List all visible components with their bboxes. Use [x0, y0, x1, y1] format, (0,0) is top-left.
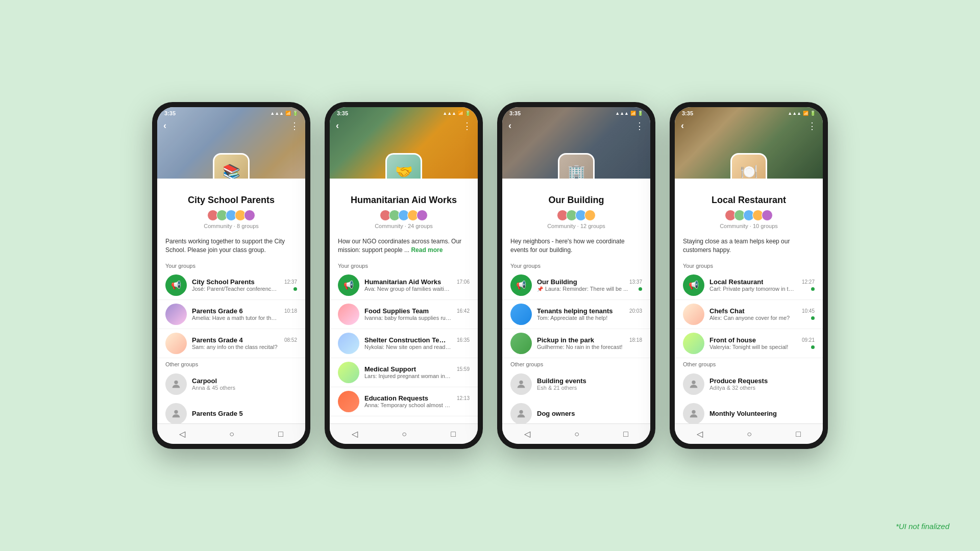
phone-screen: 3:35 ▲▲▲ 📶 🔋 ‹ ⋮ 🏢 Our Building [502, 107, 650, 444]
other-group-item[interactable]: Building events Esh & 21 others [502, 369, 650, 399]
group-item[interactable]: Medical Support 15:59 Lars: Injured preg… [330, 358, 478, 387]
nav-home-button[interactable]: ○ [402, 430, 407, 439]
group-item[interactable]: Chefs Chat 10:45 Alex: Can anyone cover … [675, 300, 823, 329]
battery-icon: 🔋 [810, 111, 816, 116]
community-meta: Community · 10 groups [683, 223, 815, 229]
group-icon [338, 362, 359, 383]
group-item[interactable]: Pickup in the park 18:18 Guilherme: No r… [502, 329, 650, 358]
status-time: 3:35 [164, 110, 176, 116]
other-group-text: Building events Esh & 21 others [537, 377, 642, 391]
read-more-link[interactable]: Read more [411, 246, 443, 254]
other-group-name: Parents Grade 5 [192, 410, 297, 417]
group-name-row: Parents Grade 6 10:18 [192, 307, 297, 315]
nav-back-button[interactable]: ◁ [697, 429, 703, 439]
other-group-item[interactable]: Produce Requests Aditya & 32 others [675, 369, 823, 399]
group-item[interactable]: 📢 Local Restaurant 12:27 Carl: Private p… [675, 271, 823, 300]
phone-content: Humanitarian Aid Works Community · 24 gr… [330, 179, 478, 423]
phone-header: 3:35 ▲▲▲ 📶 🔋 ‹ ⋮ 📚 [157, 107, 305, 179]
nav-recents-button[interactable]: □ [451, 430, 456, 439]
nav-bar: ◁ ○ □ [502, 423, 650, 444]
other-group-item[interactable]: Dog owners [502, 399, 650, 423]
group-item[interactable]: Food Supplies Team 16:42 Ivanna: baby fo… [330, 300, 478, 329]
back-button[interactable]: ‹ [508, 120, 511, 131]
group-time: 15:59 [457, 366, 470, 372]
speaker-icon: 📢 [689, 280, 699, 290]
nav-recents-button[interactable]: □ [278, 430, 283, 439]
group-msg-row: Carl: Private party tomorrow in the ... [709, 286, 815, 292]
nav-home-button[interactable]: ○ [747, 430, 752, 439]
group-item[interactable]: Parents Grade 6 10:18 Amelia: Have a mat… [157, 300, 305, 329]
group-text: Education Requests 12:13 Anna: Temporary… [364, 394, 470, 408]
battery-icon: 🔋 [465, 111, 471, 116]
other-group-icon [510, 403, 532, 423]
nav-recents-button[interactable]: □ [796, 430, 801, 439]
phone-school: 3:35 ▲▲▲ 📶 🔋 ‹ ⋮ 📚 City School Parents [152, 102, 310, 449]
phone-content: Our Building Community · 12 groups Hey n… [502, 179, 650, 423]
group-msg: Anna: Temporary school almost comp... [364, 402, 451, 408]
speaker-icon: 📢 [516, 280, 526, 290]
group-text: Pickup in the park 18:18 Guilherme: No r… [537, 336, 642, 350]
group-item[interactable]: Parents Grade 4 08:52 Sam: any info on t… [157, 329, 305, 358]
nav-back-button[interactable]: ◁ [179, 429, 185, 439]
group-time: 10:18 [284, 308, 297, 314]
signal-icon: ▲▲▲ [788, 111, 801, 116]
svg-point-2 [519, 380, 523, 384]
phone-restaurant: 3:35 ▲▲▲ 📶 🔋 ‹ ⋮ 🍽️ Local Restaurant [670, 102, 828, 449]
nav-recents-button[interactable]: □ [623, 430, 628, 439]
group-name: Tenants helping tenants [537, 307, 613, 315]
other-group-item[interactable]: Parents Grade 5 [157, 399, 305, 423]
community-desc: How our NGO coordinates across teams. Ou… [330, 235, 478, 260]
group-item[interactable]: Front of house 09:21 Valeryia: Tonight w… [675, 329, 823, 358]
group-icon: 📢 [510, 274, 532, 296]
other-group-icon [683, 403, 704, 423]
nav-back-button[interactable]: ◁ [524, 429, 530, 439]
other-groups-label: Other groups [502, 358, 650, 369]
more-button[interactable]: ⋮ [462, 120, 472, 132]
phones-container: *UI not finalized 3:35 ▲▲▲ 📶 🔋 ‹ ⋮ 📚 [152, 102, 828, 449]
back-button[interactable]: ‹ [163, 120, 166, 131]
nav-back-button[interactable]: ◁ [352, 429, 358, 439]
nav-home-button[interactable]: ○ [574, 430, 579, 439]
group-text: City School Parents 12:37 José: Parent/T… [192, 278, 297, 292]
group-item[interactable]: 📢 City School Parents 12:37 José: Parent… [157, 271, 305, 300]
svg-point-1 [174, 410, 178, 413]
group-msg-row: 📌 Laura: Reminder: There will be ... [537, 286, 642, 292]
back-button[interactable]: ‹ [681, 120, 684, 131]
group-item[interactable]: Shelter Construction Team 16:35 Nykolai:… [330, 329, 478, 358]
back-button[interactable]: ‹ [336, 120, 339, 131]
other-group-text: Carpool Anna & 45 others [192, 377, 297, 391]
status-time: 3:35 [337, 110, 348, 116]
group-msg: José: Parent/Teacher conferences ... [192, 286, 279, 292]
status-bar: 3:35 ▲▲▲ 📶 🔋 [682, 110, 816, 116]
your-groups-label: Your groups [675, 260, 823, 271]
group-name-row: Front of house 09:21 [709, 336, 815, 344]
group-avatar: 📚 [213, 153, 250, 179]
group-time: 09:21 [802, 337, 815, 343]
person-icon [516, 408, 527, 419]
other-group-text: Monthly Volunteering [709, 410, 815, 417]
other-group-item[interactable]: Monthly Volunteering [675, 399, 823, 423]
more-button[interactable]: ⋮ [807, 120, 817, 132]
other-group-item[interactable]: Carpool Anna & 45 others [157, 369, 305, 399]
group-icon [510, 333, 532, 354]
group-name-row: Our Building 13:37 [537, 278, 642, 286]
nav-bar: ◁ ○ □ [330, 423, 478, 444]
group-item[interactable]: 📢 Humanitarian Aid Works 17:06 Ava: New … [330, 271, 478, 300]
group-item[interactable]: Tenants helping tenants 20:03 Tom: Appre… [502, 300, 650, 329]
community-desc: Parents working together to support the … [157, 235, 305, 260]
other-groups-label: Other groups [675, 358, 823, 369]
group-text: Shelter Construction Team 16:35 Nykolai:… [364, 336, 470, 350]
more-button[interactable]: ⋮ [635, 120, 644, 132]
watermark: *UI not finalized [896, 522, 949, 531]
group-item[interactable]: Education Requests 12:13 Anna: Temporary… [330, 387, 478, 416]
nav-home-button[interactable]: ○ [229, 430, 234, 439]
phone-content: City School Parents Community · 8 groups… [157, 179, 305, 423]
signal-icon: ▲▲▲ [270, 111, 284, 116]
group-msg-row: Valeryia: Tonight will be special! [709, 344, 815, 350]
more-button[interactable]: ⋮ [290, 120, 299, 132]
nav-bar: ◁ ○ □ [675, 423, 823, 444]
your-groups-label: Your groups [157, 260, 305, 271]
group-item[interactable]: 📢 Our Building 13:37 📌 Laura: Reminder: … [502, 271, 650, 300]
group-name-row: City School Parents 12:37 [192, 278, 297, 286]
group-name-row: Shelter Construction Team 16:35 [364, 336, 470, 344]
